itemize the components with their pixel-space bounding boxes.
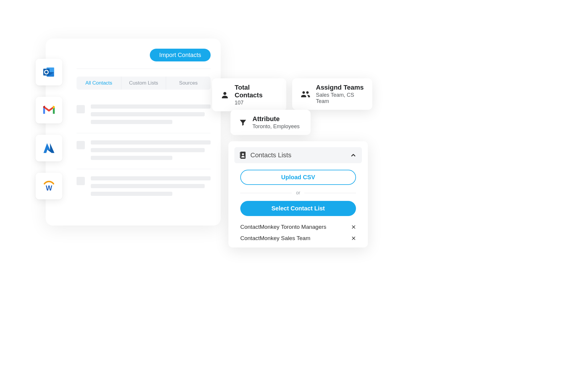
attribute-value: Toronto, Employees xyxy=(252,123,300,130)
import-contacts-button[interactable]: Import Contacts xyxy=(150,49,211,61)
contacts-lists-title: Contacts Lists xyxy=(250,151,346,159)
azure-icon xyxy=(42,142,55,155)
selected-list-label: ContactMonkey Toronto Managers xyxy=(240,224,326,230)
selected-lists: ContactMonkey Toronto Managers ContactMo… xyxy=(234,224,362,242)
svg-text:W: W xyxy=(46,184,52,192)
assigned-teams-card: Assignd Teams Sales Team, CS Team xyxy=(292,78,372,110)
svg-point-6 xyxy=(223,92,226,95)
list-item xyxy=(77,169,211,205)
avatar-placeholder xyxy=(77,105,85,113)
integration-outlook[interactable] xyxy=(36,59,62,85)
tab-sources[interactable]: Sources xyxy=(166,77,211,90)
select-contact-list-button[interactable]: Select Contact List xyxy=(240,201,356,216)
attribute-card: Attribute Toronto, Employees xyxy=(230,110,311,135)
total-contacts-card: Total Contacts 107 xyxy=(212,78,286,111)
people-icon xyxy=(301,90,311,99)
list-item xyxy=(77,97,211,133)
tab-custom-lists[interactable]: Custom Lists xyxy=(121,77,166,90)
gmail-icon xyxy=(42,105,56,115)
upload-csv-button[interactable]: Upload CSV xyxy=(240,170,356,185)
avatar-placeholder xyxy=(77,177,85,185)
chevron-up-icon[interactable] xyxy=(350,152,357,158)
svg-rect-13 xyxy=(240,156,241,157)
contacts-lists-panel: Contacts Lists Upload CSV or Select Cont… xyxy=(228,141,368,247)
integration-workday[interactable]: W xyxy=(36,173,62,199)
integration-column: W xyxy=(36,59,62,199)
avatar-placeholder xyxy=(77,141,85,149)
svg-point-10 xyxy=(242,153,244,155)
outlook-icon xyxy=(42,65,56,79)
workday-icon: W xyxy=(42,179,56,193)
import-row: Import Contacts xyxy=(77,49,211,69)
assigned-teams-title: Assignd Teams xyxy=(316,84,364,91)
remove-list-icon[interactable] xyxy=(351,225,356,229)
total-contacts-title: Total Contacts xyxy=(235,84,278,99)
contacts-panel: Import Contacts All Contacts Custom List… xyxy=(46,39,221,226)
list-item xyxy=(77,133,211,169)
selected-list-label: ContactMonkey Sales Team xyxy=(240,235,310,242)
remove-list-icon[interactable] xyxy=(351,236,356,241)
contact-list xyxy=(77,97,211,205)
selected-list-item: ContactMonkey Sales Team xyxy=(240,235,356,242)
contacts-lists-header[interactable]: Contacts Lists xyxy=(234,147,362,163)
or-divider: or xyxy=(240,190,356,196)
total-contacts-value: 107 xyxy=(235,100,278,106)
svg-rect-11 xyxy=(240,153,241,153)
tab-all-contacts[interactable]: All Contacts xyxy=(77,77,121,90)
filter-icon xyxy=(239,118,247,127)
tabs: All Contacts Custom Lists Sources xyxy=(77,77,211,90)
selected-list-item: ContactMonkey Toronto Managers xyxy=(240,224,356,230)
svg-point-8 xyxy=(306,91,309,94)
svg-rect-12 xyxy=(240,155,241,155)
text-placeholder xyxy=(91,140,211,160)
address-book-icon xyxy=(240,152,246,159)
attribute-title: Attribute xyxy=(252,115,300,123)
person-icon xyxy=(220,91,229,99)
integration-azure[interactable] xyxy=(36,135,62,161)
assigned-teams-value: Sales Team, CS Team xyxy=(316,92,364,104)
text-placeholder xyxy=(91,176,211,196)
text-placeholder xyxy=(91,104,211,124)
svg-point-7 xyxy=(302,91,305,94)
integration-gmail[interactable] xyxy=(36,97,62,123)
